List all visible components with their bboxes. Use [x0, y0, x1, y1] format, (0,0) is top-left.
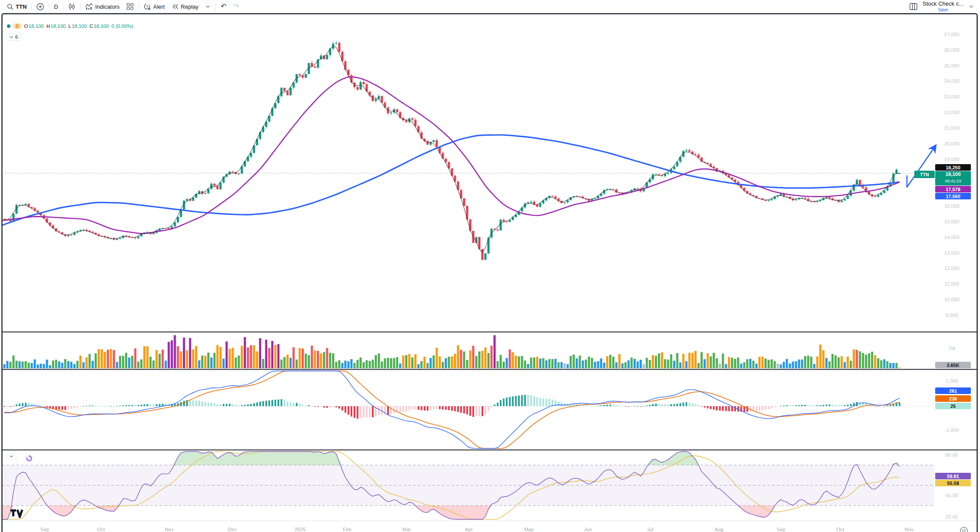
volume-bar: [253, 345, 255, 368]
macd-histogram-bar: [140, 404, 142, 406]
volume-bar: [722, 354, 724, 368]
macd-histogram-bar: [759, 406, 760, 411]
macd-histogram-bar: [518, 395, 520, 406]
volume-bar: [268, 348, 271, 368]
volume-bar: [579, 356, 581, 368]
volume-bar: [284, 357, 286, 368]
trend-arrow-drawing[interactable]: [907, 145, 936, 187]
volume-bar: [847, 357, 849, 368]
volume-bar: [798, 360, 800, 368]
rsi-pane-collapse-button[interactable]: [6, 454, 17, 459]
chevron-down-icon: [9, 455, 13, 458]
macd-histogram-bar: [463, 406, 465, 414]
volume-bar: [52, 360, 54, 368]
main-pane-collapse-button[interactable]: 6: [6, 33, 21, 41]
candle-body: [612, 189, 615, 190]
volume-bar: [399, 364, 401, 368]
volume-bar: [238, 356, 240, 368]
volume-bar: [317, 351, 319, 368]
volume-bar: [357, 360, 359, 368]
time-axis[interactable]: SepOctNovDec2025FebMarAprMayJunJulAugSep…: [40, 527, 914, 532]
indicator-loading-icon[interactable]: [25, 455, 33, 464]
volume-bar: [549, 359, 551, 368]
macd-histogram-bar: [128, 405, 130, 406]
macd-histogram-bar: [43, 406, 45, 407]
volume-bar: [615, 362, 618, 368]
macd-histogram-bar: [244, 405, 246, 406]
candle-body: [421, 132, 423, 139]
chart-canvas[interactable]: 27,00026,00025,00024,00023,00022,00021,0…: [0, 0, 980, 532]
volume-bar: [125, 353, 127, 368]
volume-bar: [841, 356, 843, 368]
volume-bar: [393, 358, 395, 368]
volume-bar: [573, 354, 575, 368]
macd-histogram-bar: [786, 405, 788, 406]
candle-body: [451, 168, 453, 176]
tradingview-logo[interactable]: [10, 509, 25, 518]
volume-bar: [619, 354, 621, 368]
volume-value-label-text: 3.65K: [947, 363, 959, 368]
macd-histogram-bar: [692, 403, 693, 406]
volume-bar: [34, 360, 36, 368]
macd-histogram-bar: [7, 406, 8, 407]
candle-body: [415, 120, 417, 126]
volume-bar: [896, 363, 898, 368]
candle-body: [335, 43, 338, 44]
volume-bar: [472, 346, 475, 368]
volume-bar: [475, 356, 478, 368]
macd-histogram-bar: [338, 406, 340, 408]
volume-bar: [70, 362, 73, 368]
macd-histogram-bar: [265, 401, 267, 406]
volume-bar: [43, 364, 45, 368]
volume-bar: [25, 361, 27, 368]
macd-histogram-bar: [366, 406, 368, 417]
volume-bar: [597, 361, 599, 368]
screenshot-camera-icon[interactable]: [960, 527, 967, 532]
candle-body: [877, 195, 880, 197]
volume-bar: [296, 360, 298, 368]
volume-bar: [86, 357, 88, 368]
volume-bar: [98, 349, 100, 368]
macd-histogram-bar: [70, 406, 72, 409]
volume-bar: [625, 362, 627, 368]
candle-body: [357, 87, 359, 90]
volume-bar: [314, 350, 316, 368]
macd-histogram-bar: [539, 398, 541, 406]
volume-bar: [421, 361, 423, 368]
volume-bar: [116, 362, 118, 368]
volume-bar: [427, 363, 429, 368]
candle-body: [509, 220, 511, 222]
volume-bar: [335, 362, 338, 368]
macd-histogram-bar: [890, 405, 891, 406]
price-tick-label: 15,000: [944, 219, 959, 224]
volume-bar: [354, 363, 356, 368]
candle-body: [594, 199, 596, 199]
volume-bar: [719, 364, 721, 368]
volume-bar: [433, 355, 435, 368]
macd-histogram-bar: [110, 406, 112, 407]
time-tick-label: Sep: [40, 527, 49, 532]
volume-bar: [701, 352, 703, 368]
macd-histogram-bar: [323, 406, 325, 407]
price-tick-label: 12,000: [944, 266, 959, 271]
candle-body: [70, 235, 73, 236]
volume-bar: [552, 359, 554, 368]
macd-histogram-bar: [320, 406, 322, 407]
macd-histogram-bar: [457, 406, 459, 412]
volume-bar: [728, 357, 730, 368]
price-axis[interactable]: 27,00026,00025,00024,00023,00022,00021,0…: [914, 32, 971, 519]
volume-bar: [600, 358, 602, 368]
volume-bar: [165, 360, 167, 368]
volume-bar: [308, 355, 310, 368]
volume-bar: [661, 352, 663, 368]
macd-histogram-bar: [345, 406, 346, 413]
macd-histogram-bar: [226, 404, 227, 406]
macd-histogram-bar: [874, 406, 876, 407]
volume-bar: [341, 363, 344, 368]
candle-body: [564, 202, 566, 203]
macd-histogram-bar: [290, 402, 291, 406]
macd-histogram-bar: [207, 402, 209, 406]
volume-bar: [576, 358, 578, 368]
volume-bar: [673, 360, 676, 368]
macd-histogram-bar: [134, 405, 136, 406]
